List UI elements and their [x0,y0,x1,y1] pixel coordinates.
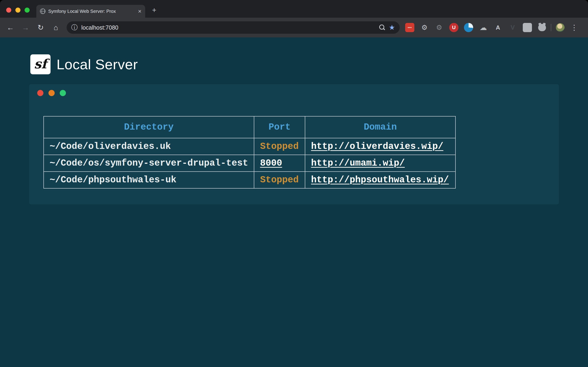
tab-close-icon[interactable]: × [138,8,141,14]
browser-tab[interactable]: Symfony Local Web Server: Prox × [36,5,145,18]
brand-header: sf Local Server [0,37,588,74]
terminal-panel: Directory Port Domain ~/Code/oliverdavie… [29,84,559,204]
browser-window: Symfony Local Web Server: Prox × + ← → ↻… [0,0,588,367]
domain-link[interactable]: http://oliverdavies.wip/ [311,141,443,152]
tab-strip: Symfony Local Web Server: Prox × + [0,0,588,18]
page-title: Local Server [57,56,138,73]
directory-cell: ~/Code/oliverdavies.uk [44,138,254,155]
reload-button[interactable]: ↻ [34,20,48,35]
home-button[interactable]: ⌂ [49,20,63,35]
directory-cell: ~/Code/phpsouthwales-uk [44,172,254,188]
gear-dark-icon[interactable]: ⚙ [435,23,444,32]
globe-favicon-icon [40,8,45,14]
servers-table-wrap: Directory Port Domain ~/Code/oliverdavie… [43,116,456,189]
terminal-orange-dot-icon [48,90,55,96]
table-row: ~/Code/phpsouthwales-uk Stopped http://p… [44,172,456,188]
octocat-icon [538,24,546,31]
header-row: Directory Port Domain [44,116,456,138]
cloud-icon[interactable]: ☁ [479,23,488,32]
new-tab-button[interactable]: + [152,6,156,15]
address-bar[interactable]: ⓘ ★ [67,21,400,34]
blue-circle-icon[interactable] [464,23,473,32]
terminal-red-dot-icon [37,90,43,96]
column-header-directory: Directory [44,116,254,138]
port-status: Stopped [260,175,299,185]
tab-title: Symfony Local Web Server: Prox [48,9,135,14]
ublock-icon[interactable]: U [449,23,458,32]
table-row: ~/Code/os/symfony-server-drupal-test 800… [44,155,456,172]
site-info-icon[interactable]: ⓘ [71,24,78,31]
table-row: ~/Code/oliverdavies.uk Stopped http://ol… [44,138,456,155]
back-button[interactable]: ← [3,20,17,35]
browser-toolbar: ← → ↻ ⌂ ⓘ ★ ••• ⚙ ⚙ U ☁ A V ⋮ [0,18,588,37]
close-window-button[interactable] [6,8,11,13]
terminal-green-dot-icon [60,90,66,96]
directory-cell: ~/Code/os/symfony-server-drupal-test [44,155,254,172]
red-dots-icon[interactable]: ••• [405,23,414,32]
column-header-domain: Domain [305,116,456,138]
zoom-indicator-icon[interactable] [379,24,386,31]
bookmark-star-icon[interactable]: ★ [389,24,395,31]
gear-light-icon[interactable]: ⚙ [420,23,429,32]
github-icon[interactable] [537,23,547,32]
domain-link[interactable]: http://phpsouthwales.wip/ [311,175,449,185]
dim-square-icon[interactable] [523,23,532,32]
extensions-bar: ••• ⚙ ⚙ U ☁ A V [405,23,547,32]
profile-avatar[interactable] [556,23,565,32]
terminal-window-dots [37,90,66,96]
servers-table: Directory Port Domain ~/Code/oliverdavie… [43,116,456,189]
domain-link[interactable]: http://umami.wip/ [311,158,405,168]
symfony-logo: sf [30,54,51,74]
browser-menu-icon[interactable]: ⋮ [569,23,580,32]
v-icon[interactable]: V [508,23,517,32]
letter-a-icon[interactable]: A [493,23,502,32]
minimize-window-button[interactable] [15,8,20,13]
url-input[interactable] [81,24,376,31]
port-status: Stopped [260,141,299,152]
toolbar-separator [551,24,551,31]
column-header-port: Port [254,116,305,138]
forward-button[interactable]: → [18,20,33,35]
zoom-window-button[interactable] [25,8,30,13]
port-link[interactable]: 8000 [260,158,282,168]
window-controls [6,8,30,13]
page-content: sf Local Server Directory Port Domain [0,37,588,367]
